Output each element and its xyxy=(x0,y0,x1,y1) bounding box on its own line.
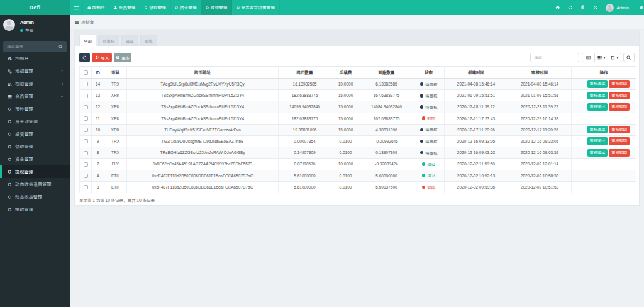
import-button[interactable]: 导入 xyxy=(92,53,112,62)
row-checkbox[interactable] xyxy=(84,105,88,109)
cell-status: 待审核 xyxy=(413,101,445,113)
approve-button[interactable]: 审核通过 xyxy=(587,80,608,87)
row-checkbox[interactable] xyxy=(84,185,88,189)
column-header-4[interactable]: 手续费 xyxy=(331,67,360,79)
row-checkbox-cell xyxy=(80,181,92,193)
nav-item-2[interactable]: 领取管理 xyxy=(140,0,171,15)
reject-button[interactable]: 审核驳回 xyxy=(609,92,630,99)
circle-o-icon xyxy=(175,6,179,10)
tab-3[interactable]: 拒绝 xyxy=(140,35,157,46)
user-menu[interactable]: Admin xyxy=(602,0,638,15)
row-checkbox[interactable] xyxy=(84,94,88,98)
export-button[interactable] xyxy=(608,53,621,62)
table-row: 7 FLY 0x5E62eCa45A45191AC72AA2f4C9997bc7… xyxy=(80,159,636,170)
table-row: 10 XRK TUDuyWqifZeK51SFkuVFZTGarzzxAtBva… xyxy=(80,124,636,135)
home-button[interactable] xyxy=(552,0,564,15)
circle-o-icon xyxy=(8,195,12,199)
cell-coin: TRX xyxy=(104,147,127,159)
nav-item-4[interactable]: 提现管理 xyxy=(201,0,232,15)
avatar xyxy=(606,4,614,12)
select-all-checkbox[interactable] xyxy=(84,70,88,75)
column-header-5[interactable]: 到账数量 xyxy=(360,67,413,79)
column-header-1[interactable]: 币种 xyxy=(104,67,127,79)
dashboard-icon xyxy=(75,20,79,25)
gear-icon xyxy=(116,55,120,60)
sidebar-item-1[interactable]: 常规管理 xyxy=(0,65,70,77)
sidebar-item-10[interactable]: 动态收益设置管理 xyxy=(0,178,70,191)
columns-button[interactable] xyxy=(595,53,608,62)
more-button[interactable]: 更多 xyxy=(114,53,131,62)
reject-button[interactable]: 审核驳回 xyxy=(609,126,630,133)
nav-item-5[interactable]: 动态收益设置管理 xyxy=(232,0,280,15)
settings-button[interactable] xyxy=(638,0,644,15)
cell-address: TRsBQHfa6ZZGSsrU2XAvJvRAWrDJoAGGBy xyxy=(127,147,279,159)
tab-1[interactable]: 待审核 xyxy=(98,35,119,46)
row-checkbox[interactable] xyxy=(84,151,88,155)
search-icon xyxy=(626,55,631,60)
clear-cache-button[interactable] xyxy=(577,0,589,15)
column-header-8[interactable]: 审核时间 xyxy=(508,67,572,79)
reject-button[interactable]: 审核驳回 xyxy=(609,80,630,87)
sidebar-item-2[interactable]: 权限管理 xyxy=(0,77,70,90)
sidebar-item-4[interactable]: 币种管理 xyxy=(0,103,70,115)
table-row: 4 ETH 0xcF487F118d2B50E806DBB61E15caFCCA… xyxy=(80,170,636,181)
sidebar-item-11[interactable]: 动态收益管理 xyxy=(0,191,70,203)
row-checkbox[interactable] xyxy=(84,174,88,178)
status-badge: 驳回 xyxy=(422,115,436,121)
search-icon[interactable] xyxy=(58,45,63,49)
nav-item-3[interactable]: 资金管理 xyxy=(171,0,202,15)
nav-item-0[interactable]: 控制台 xyxy=(82,0,109,15)
reject-button[interactable]: 审核驳回 xyxy=(609,103,630,111)
sidebar-item-icon xyxy=(7,170,13,174)
sidebar-toggle-button[interactable] xyxy=(70,0,82,15)
sidebar-item-9[interactable]: 提现管理 xyxy=(0,165,70,178)
row-checkbox[interactable] xyxy=(84,128,88,132)
cell-received: 6.13982585 xyxy=(360,79,413,90)
breadcrumb-label[interactable]: 控制台 xyxy=(81,19,94,25)
table-search-input[interactable] xyxy=(530,53,579,62)
approve-button[interactable]: 审核通过 xyxy=(587,137,608,145)
column-header-6[interactable]: 状态 xyxy=(413,67,445,79)
main-content: 控制台 全部 待审核 通过 拒绝 导入 更多 xyxy=(70,15,644,307)
search-button[interactable] xyxy=(623,53,635,62)
row-checkbox[interactable] xyxy=(84,116,88,121)
trash-icon xyxy=(580,5,586,10)
row-checkbox[interactable] xyxy=(84,162,88,167)
nav-item-1[interactable]: 会员管理 xyxy=(109,0,140,15)
cell-actions xyxy=(572,170,636,181)
reject-button[interactable]: 审核驳回 xyxy=(609,149,630,157)
column-header-0[interactable]: ID xyxy=(92,67,104,79)
sidebar-item-6[interactable]: 投资管理 xyxy=(0,128,70,140)
refresh-table-button[interactable] xyxy=(79,53,90,62)
sidebar-item-7[interactable]: 领取管理 xyxy=(0,140,70,153)
sidebar-item-icon xyxy=(7,120,13,124)
approve-button[interactable]: 审核通过 xyxy=(587,92,608,99)
approve-button[interactable]: 审核通过 xyxy=(587,126,608,133)
row-checkbox[interactable] xyxy=(84,139,88,143)
column-header-3[interactable]: 提币数量 xyxy=(279,67,331,79)
sidebar-item-3[interactable]: 会员管理 xyxy=(0,90,70,103)
refresh-page-button[interactable] xyxy=(564,0,577,15)
cell-created: 2020-12-21 17:23:43 xyxy=(445,113,508,124)
tab-2[interactable]: 通过 xyxy=(121,35,138,46)
column-header-2[interactable]: 提币地址 xyxy=(127,67,279,79)
sidebar-item-5[interactable]: 资金池管理 xyxy=(0,115,70,128)
sidebar-item-12[interactable]: 提取管理 xyxy=(0,203,70,216)
column-header-9[interactable]: 操作 xyxy=(572,67,636,79)
app-logo[interactable]: Defi xyxy=(0,0,70,15)
menu-search-input[interactable] xyxy=(7,45,58,49)
reject-button[interactable]: 审核驳回 xyxy=(609,137,630,145)
row-checkbox[interactable] xyxy=(84,82,88,86)
approve-button[interactable]: 审核通过 xyxy=(587,149,608,157)
column-header-7[interactable]: 创建时间 xyxy=(445,67,508,79)
card-view-button[interactable] xyxy=(582,53,595,62)
approve-button[interactable]: 审核通过 xyxy=(587,103,608,111)
sidebar-item-8[interactable]: 资金管理 xyxy=(0,153,70,165)
cell-address: TBs8xpAHbBmkZGbckSSrhmmPUPrL5Zt3Y4 xyxy=(127,101,279,113)
sidebar-item-0[interactable]: 控制台 xyxy=(0,52,70,65)
cell-received: 5.60000000 xyxy=(360,170,413,181)
fullscreen-button[interactable] xyxy=(589,0,602,15)
cell-status: 待审核 xyxy=(413,90,445,101)
tab-0[interactable]: 全部 xyxy=(79,35,96,46)
cell-id: 12 xyxy=(92,101,104,113)
